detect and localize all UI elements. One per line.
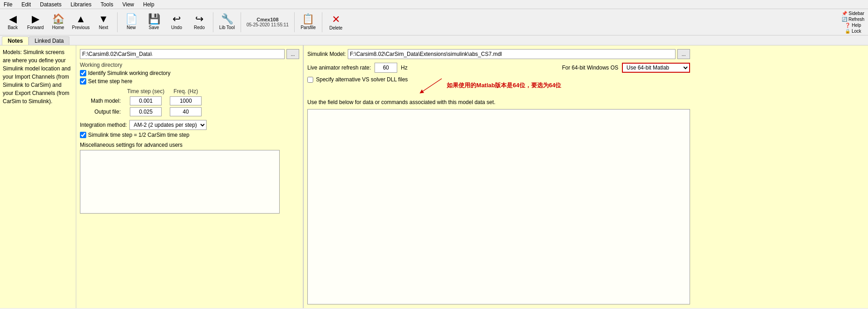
notes-panel: Models: Simulink screens are where you d… <box>0 45 76 308</box>
forward-button[interactable]: ▶ Forward <box>25 10 46 34</box>
lib-tool-icon: 🔧 <box>221 14 233 24</box>
forward-icon: ▶ <box>32 14 39 24</box>
tab-linked-data[interactable]: Linked Data <box>29 36 69 45</box>
cmex-title: Cmex108 <box>256 17 278 22</box>
menu-file[interactable]: File <box>2 1 14 8</box>
identify-checkbox[interactable] <box>80 70 86 76</box>
cmex-date: 05-25-2020 11:55:11 <box>247 22 289 27</box>
lib-tool-button[interactable]: 🔧 Lib Tool <box>216 10 238 34</box>
svg-line-1 <box>421 79 442 92</box>
previous-icon: ▲ <box>76 14 86 24</box>
red-annotation-text: 如果使用的Matlab版本是64位，要选为64位 <box>447 81 561 90</box>
delete-label: Delete <box>329 25 342 30</box>
menu-libraries[interactable]: Libraries <box>69 1 93 8</box>
divider-5 <box>322 12 322 32</box>
new-button[interactable]: 📄 New <box>120 10 142 34</box>
math-freq-input[interactable] <box>170 96 202 105</box>
home-label: Home <box>52 25 64 30</box>
menubar: File Edit Datasets Libraries Tools View … <box>0 0 868 9</box>
annotation-arrow-icon <box>417 76 444 95</box>
refresh-button[interactable]: 🔄 Refresh <box>842 17 864 22</box>
set-time-checkbox[interactable] <box>80 78 86 85</box>
right-panel: Simulink Model: ... Live animator refres… <box>303 45 694 308</box>
menu-tools[interactable]: Tools <box>99 1 115 8</box>
undo-icon: ↩ <box>173 14 181 24</box>
simulink-step-label: Simulink time step = 1/2 CarSim time ste… <box>88 132 189 138</box>
save-button[interactable]: 💾 Save <box>143 10 165 34</box>
live-animator-label: Live animator refresh rate: <box>307 65 371 71</box>
previous-label: Previous <box>72 25 90 30</box>
tab-notes[interactable]: Notes <box>2 36 29 45</box>
delete-icon: ✕ <box>332 14 340 25</box>
integration-label: Integration method: <box>80 122 127 128</box>
math-label: Math model: <box>89 95 123 106</box>
parsfile-button[interactable]: 📋 Parsfile <box>297 10 319 34</box>
redo-icon: ↪ <box>195 14 203 24</box>
notes-text: Models: Simulink screens are where you d… <box>3 49 70 105</box>
back-button[interactable]: ◀ Back <box>2 10 24 34</box>
save-label: Save <box>149 25 159 30</box>
left-content-panel: ... Working directory Identify Simulink … <box>76 45 303 308</box>
parsfile-label: Parsfile <box>301 25 316 30</box>
output-freq-input[interactable] <box>170 107 202 116</box>
home-button[interactable]: 🏠 Home <box>47 10 69 34</box>
simulink-model-input[interactable] <box>348 49 676 59</box>
identify-checkbox-row: Identify Simulink working directory <box>80 70 299 76</box>
math-step-input[interactable] <box>130 96 162 105</box>
live-rate-section: Live animator refresh rate: Hz <box>307 63 408 73</box>
delete-button[interactable]: ✕ Delete <box>325 10 347 34</box>
working-dir-label: Working directory <box>80 62 299 68</box>
dll-label: Specify alternative VS solver DLL files <box>316 76 408 83</box>
save-icon: 💾 <box>148 14 160 24</box>
simulink-model-label: Simulink Model: <box>307 51 346 57</box>
next-button[interactable]: ▼ Next <box>93 10 114 34</box>
lib-tool-label: Lib Tool <box>219 25 235 30</box>
simulink-model-row: Simulink Model: ... <box>307 49 690 59</box>
working-dir-row: ... <box>80 49 299 59</box>
simulink-step-checkbox[interactable] <box>80 132 86 138</box>
data-textarea[interactable] <box>307 109 690 304</box>
live-rate-input[interactable] <box>375 63 397 73</box>
data-area-label: Use the field below for data or commands… <box>307 99 690 105</box>
toolbar: ◀ Back ▶ Forward 🏠 Home ▲ Previous ▼ Nex… <box>0 9 868 35</box>
sidebar-icon-button[interactable]: 📌 Sidebar <box>842 11 864 16</box>
working-dir-browse-button[interactable]: ... <box>286 49 299 59</box>
menu-help[interactable]: Help <box>141 1 156 8</box>
live-unit: Hz <box>401 65 408 71</box>
simulink-step-row: Simulink time step = 1/2 CarSim time ste… <box>80 132 299 138</box>
output-step-input[interactable] <box>130 107 162 116</box>
working-dir-input[interactable] <box>80 49 285 59</box>
previous-button[interactable]: ▲ Previous <box>70 10 92 34</box>
cmex-info: Cmex108 05-25-2020 11:55:11 <box>247 17 289 27</box>
home-icon: 🏠 <box>52 14 64 24</box>
simulink-model-browse-button[interactable]: ... <box>677 49 690 59</box>
undo-label: Undo <box>171 25 182 30</box>
divider-3 <box>241 12 241 32</box>
main-content: Models: Simulink screens are where you d… <box>0 45 868 308</box>
os-label: For 64-bit Windows OS <box>562 65 618 71</box>
menu-datasets[interactable]: Datasets <box>38 1 63 8</box>
redo-button[interactable]: ↪ Redo <box>188 10 210 34</box>
tabbar: Notes Linked Data <box>0 35 868 45</box>
back-label: Back <box>8 25 18 30</box>
help-button[interactable]: ❓ Help <box>845 23 861 28</box>
bit-dropdown[interactable]: Use 64-bit Matlab Use 32-bit Matlab <box>622 63 690 73</box>
dll-checkbox[interactable] <box>307 77 313 83</box>
menu-edit[interactable]: Edit <box>20 1 33 8</box>
divider-1 <box>117 12 118 32</box>
forward-label: Forward <box>27 25 44 30</box>
next-icon: ▼ <box>99 14 108 24</box>
divider-2 <box>213 12 213 32</box>
integration-select[interactable]: AM-2 (2 updates per step) Euler (1 updat… <box>129 120 207 130</box>
integration-row: Integration method: AM-2 (2 updates per … <box>80 120 299 130</box>
set-time-label: Set time step here <box>88 78 132 85</box>
live-animator-row: Live animator refresh rate: Hz For 64-bi… <box>307 63 690 73</box>
redo-label: Redo <box>194 25 205 30</box>
lock-button[interactable]: 🔒 Lock <box>845 29 861 34</box>
identify-label: Identify Simulink working directory <box>88 70 170 76</box>
dll-section: Specify alternative VS solver DLL files <box>307 76 408 83</box>
timestep-table: Time step (sec) Freq. (Hz) Math model: O… <box>89 87 203 117</box>
undo-button[interactable]: ↩ Undo <box>166 10 187 34</box>
menu-view[interactable]: View <box>120 1 136 8</box>
misc-textarea[interactable] <box>80 150 280 214</box>
